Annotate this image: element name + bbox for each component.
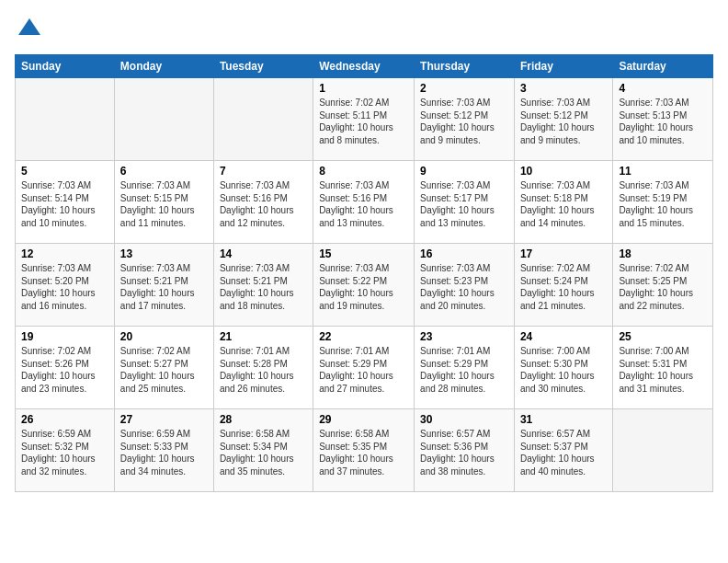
day-number: 10 [520, 165, 607, 178]
calendar-cell: 27Sunrise: 6:59 AM Sunset: 5:33 PM Dayli… [114, 409, 213, 492]
day-number: 9 [420, 165, 508, 178]
day-number: 2 [420, 82, 508, 95]
day-number: 14 [220, 247, 307, 260]
week-row-4: 19Sunrise: 7:02 AM Sunset: 5:26 PM Dayli… [16, 327, 713, 409]
day-number: 20 [120, 330, 208, 343]
day-number: 4 [619, 82, 707, 95]
calendar-cell: 16Sunrise: 7:03 AM Sunset: 5:23 PM Dayli… [415, 244, 515, 327]
calendar-cell: 23Sunrise: 7:01 AM Sunset: 5:29 PM Dayli… [415, 327, 515, 409]
day-info: Sunrise: 7:03 AM Sunset: 5:12 PM Dayligh… [520, 97, 607, 146]
calendar-cell: 22Sunrise: 7:01 AM Sunset: 5:29 PM Dayli… [313, 327, 415, 409]
day-info: Sunrise: 6:59 AM Sunset: 5:32 PM Dayligh… [21, 428, 108, 477]
page-header [15, 15, 713, 45]
day-info: Sunrise: 7:01 AM Sunset: 5:28 PM Dayligh… [220, 345, 307, 395]
day-info: Sunrise: 7:00 AM Sunset: 5:30 PM Dayligh… [520, 345, 607, 395]
day-info: Sunrise: 6:58 AM Sunset: 5:34 PM Dayligh… [220, 428, 307, 477]
calendar-cell: 15Sunrise: 7:03 AM Sunset: 5:22 PM Dayli… [313, 244, 415, 327]
logo-text [15, 15, 42, 45]
day-info: Sunrise: 7:03 AM Sunset: 5:21 PM Dayligh… [220, 262, 307, 312]
calendar-cell: 30Sunrise: 6:57 AM Sunset: 5:36 PM Dayli… [415, 409, 515, 492]
calendar-cell: 1Sunrise: 7:02 AM Sunset: 5:11 PM Daylig… [313, 78, 415, 161]
column-header-saturday: Saturday [613, 55, 713, 78]
day-info: Sunrise: 6:57 AM Sunset: 5:37 PM Dayligh… [520, 428, 607, 477]
calendar-cell: 9Sunrise: 7:03 AM Sunset: 5:17 PM Daylig… [415, 161, 515, 244]
logo [15, 15, 42, 45]
logo-icon [17, 15, 42, 40]
day-info: Sunrise: 7:01 AM Sunset: 5:29 PM Dayligh… [319, 345, 408, 395]
day-number: 5 [21, 165, 108, 178]
day-number: 16 [420, 247, 508, 260]
calendar-cell: 24Sunrise: 7:00 AM Sunset: 5:30 PM Dayli… [514, 327, 612, 409]
day-info: Sunrise: 7:03 AM Sunset: 5:16 PM Dayligh… [319, 179, 408, 229]
day-number: 26 [21, 413, 108, 426]
day-info: Sunrise: 6:59 AM Sunset: 5:33 PM Dayligh… [120, 428, 208, 477]
day-info: Sunrise: 7:03 AM Sunset: 5:16 PM Dayligh… [220, 179, 307, 229]
calendar-cell: 7Sunrise: 7:03 AM Sunset: 5:16 PM Daylig… [213, 161, 313, 244]
day-info: Sunrise: 7:02 AM Sunset: 5:25 PM Dayligh… [619, 262, 707, 312]
day-number: 23 [420, 330, 508, 343]
day-number: 24 [520, 330, 607, 343]
day-number: 7 [220, 165, 307, 178]
day-number: 28 [220, 413, 307, 426]
calendar-cell: 20Sunrise: 7:02 AM Sunset: 5:27 PM Dayli… [114, 327, 213, 409]
day-info: Sunrise: 7:03 AM Sunset: 5:15 PM Dayligh… [120, 179, 208, 229]
day-number: 27 [120, 413, 208, 426]
day-info: Sunrise: 7:03 AM Sunset: 5:21 PM Dayligh… [120, 262, 208, 312]
day-info: Sunrise: 7:02 AM Sunset: 5:24 PM Dayligh… [520, 262, 607, 312]
day-info: Sunrise: 7:03 AM Sunset: 5:18 PM Dayligh… [520, 179, 607, 229]
svg-marker-0 [18, 18, 40, 35]
column-header-wednesday: Wednesday [313, 55, 415, 78]
header-row: SundayMondayTuesdayWednesdayThursdayFrid… [16, 55, 713, 78]
day-info: Sunrise: 7:03 AM Sunset: 5:22 PM Dayligh… [319, 262, 408, 312]
calendar-cell [114, 78, 213, 161]
day-number: 6 [120, 165, 208, 178]
day-info: Sunrise: 7:03 AM Sunset: 5:19 PM Dayligh… [619, 179, 707, 229]
calendar-cell: 4Sunrise: 7:03 AM Sunset: 5:13 PM Daylig… [613, 78, 713, 161]
day-info: Sunrise: 7:03 AM Sunset: 5:13 PM Dayligh… [619, 97, 707, 146]
calendar-cell [613, 409, 713, 492]
week-row-1: 1Sunrise: 7:02 AM Sunset: 5:11 PM Daylig… [16, 78, 713, 161]
day-info: Sunrise: 7:00 AM Sunset: 5:31 PM Dayligh… [619, 345, 707, 395]
calendar-cell: 6Sunrise: 7:03 AM Sunset: 5:15 PM Daylig… [114, 161, 213, 244]
calendar-cell: 19Sunrise: 7:02 AM Sunset: 5:26 PM Dayli… [16, 327, 115, 409]
calendar-cell: 17Sunrise: 7:02 AM Sunset: 5:24 PM Dayli… [514, 244, 612, 327]
calendar-cell: 14Sunrise: 7:03 AM Sunset: 5:21 PM Dayli… [213, 244, 313, 327]
calendar-cell [16, 78, 115, 161]
calendar-cell: 12Sunrise: 7:03 AM Sunset: 5:20 PM Dayli… [16, 244, 115, 327]
calendar-cell: 21Sunrise: 7:01 AM Sunset: 5:28 PM Dayli… [213, 327, 313, 409]
calendar-cell: 28Sunrise: 6:58 AM Sunset: 5:34 PM Dayli… [213, 409, 313, 492]
column-header-sunday: Sunday [16, 55, 115, 78]
day-number: 13 [120, 247, 208, 260]
day-number: 11 [619, 165, 707, 178]
day-info: Sunrise: 7:02 AM Sunset: 5:26 PM Dayligh… [21, 345, 108, 395]
column-header-friday: Friday [514, 55, 612, 78]
day-info: Sunrise: 7:03 AM Sunset: 5:20 PM Dayligh… [21, 262, 108, 312]
calendar-cell: 5Sunrise: 7:03 AM Sunset: 5:14 PM Daylig… [16, 161, 115, 244]
day-info: Sunrise: 7:02 AM Sunset: 5:27 PM Dayligh… [120, 345, 208, 395]
week-row-2: 5Sunrise: 7:03 AM Sunset: 5:14 PM Daylig… [16, 161, 713, 244]
day-info: Sunrise: 7:03 AM Sunset: 5:12 PM Dayligh… [420, 97, 508, 146]
day-number: 29 [319, 413, 408, 426]
day-number: 25 [619, 330, 707, 343]
day-info: Sunrise: 7:03 AM Sunset: 5:17 PM Dayligh… [420, 179, 508, 229]
column-header-monday: Monday [114, 55, 213, 78]
day-number: 30 [420, 413, 508, 426]
day-info: Sunrise: 7:03 AM Sunset: 5:23 PM Dayligh… [420, 262, 508, 312]
calendar-cell: 13Sunrise: 7:03 AM Sunset: 5:21 PM Dayli… [114, 244, 213, 327]
day-number: 12 [21, 247, 108, 260]
day-number: 1 [319, 82, 408, 95]
column-header-tuesday: Tuesday [213, 55, 313, 78]
day-number: 31 [520, 413, 607, 426]
calendar-cell: 18Sunrise: 7:02 AM Sunset: 5:25 PM Dayli… [613, 244, 713, 327]
calendar-cell [213, 78, 313, 161]
day-number: 19 [21, 330, 108, 343]
calendar-cell: 8Sunrise: 7:03 AM Sunset: 5:16 PM Daylig… [313, 161, 415, 244]
day-info: Sunrise: 7:03 AM Sunset: 5:14 PM Dayligh… [21, 179, 108, 229]
calendar-cell: 31Sunrise: 6:57 AM Sunset: 5:37 PM Dayli… [514, 409, 612, 492]
day-number: 15 [319, 247, 408, 260]
day-info: Sunrise: 7:01 AM Sunset: 5:29 PM Dayligh… [420, 345, 508, 395]
day-number: 22 [319, 330, 408, 343]
calendar-cell: 25Sunrise: 7:00 AM Sunset: 5:31 PM Dayli… [613, 327, 713, 409]
day-info: Sunrise: 6:58 AM Sunset: 5:35 PM Dayligh… [319, 428, 408, 477]
day-number: 17 [520, 247, 607, 260]
